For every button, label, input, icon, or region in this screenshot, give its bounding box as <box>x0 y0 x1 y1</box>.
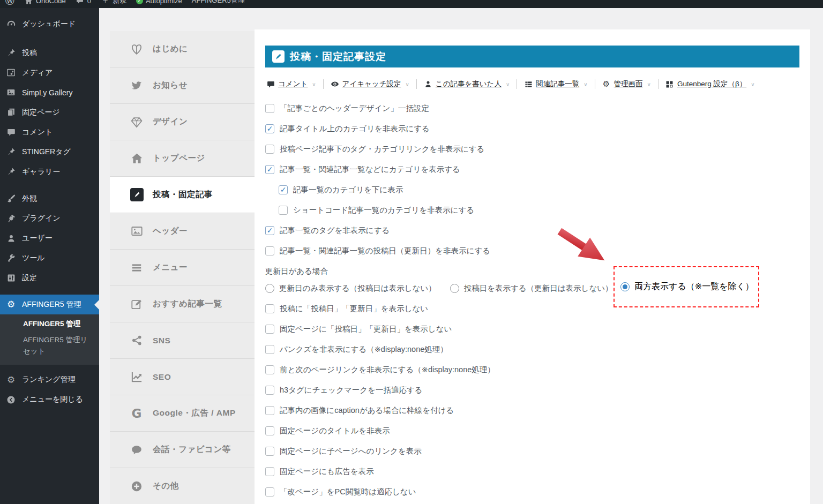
sidebar-item-collapse-menu[interactable]: メニューを閉じる <box>0 390 99 410</box>
checkbox-label: 固定ページに子ページへのリンクを表示 <box>280 446 422 456</box>
autoptimize-menu[interactable]: ✓ Autoptimize <box>136 0 182 5</box>
menu-tab-seo[interactable]: SEO <box>110 359 255 395</box>
toolbar-link-comment[interactable]: コメント <box>265 79 324 89</box>
menu-tab-hajimeni[interactable]: はじめに <box>110 31 255 67</box>
toolbar-link-admin-screen[interactable]: ⚙ 管理画面 <box>595 79 659 89</box>
menu-tab-sns[interactable]: SNS <box>110 322 255 359</box>
chevron-down-icon <box>312 81 316 87</box>
comments-indicator[interactable]: 0 <box>76 0 91 5</box>
beginner-mark-icon <box>130 42 144 56</box>
sidebar-item-label: 外観 <box>22 194 37 204</box>
checkbox[interactable] <box>265 304 274 313</box>
page-title: 投稿・固定記事設定 <box>290 50 386 64</box>
menu-tab-header[interactable]: ヘッダー <box>110 213 255 250</box>
panel-header: 投稿・固定記事設定 <box>265 46 799 67</box>
sidebar-item-comments[interactable]: コメント <box>0 122 99 142</box>
person-icon <box>424 80 432 88</box>
checkbox-label: パンクズを非表示にする（※display:none処理） <box>280 344 448 355</box>
checkbox[interactable] <box>265 104 274 113</box>
affinger-admin-menu[interactable]: AFFINGER5管理 <box>192 0 245 5</box>
sidebar-item-pages[interactable]: 固定ページ <box>0 102 99 122</box>
checkbox[interactable] <box>265 426 274 435</box>
radio-button[interactable] <box>265 284 274 293</box>
menu-tab-kaiwa-favicon[interactable]: 会話・ファビコン等 <box>110 432 255 468</box>
sidebar-item-ranking-admin[interactable]: ⚙ ランキング管理 <box>0 370 99 390</box>
media-icon <box>6 67 16 78</box>
checkbox-label: 記事一覧のタグを非表示にする <box>280 225 390 236</box>
checkbox[interactable] <box>265 467 274 476</box>
checkbox[interactable] <box>279 185 288 194</box>
sidebar-item-stinger-tags[interactable]: STINGERタグ <box>0 142 99 162</box>
toolbar-link-gutenberg[interactable]: Gutenberg 設定（β） <box>659 79 762 89</box>
menu-tab-label: はじめに <box>153 43 188 55</box>
menu-tab-post-settings[interactable]: 投稿・固定記事 <box>110 177 255 213</box>
wordpress-logo-icon[interactable]: Ⓦ <box>5 0 14 7</box>
site-home-link[interactable]: OnoCode <box>24 0 66 5</box>
radio-option-both[interactable]: 両方表示する（※一覧を除く） <box>620 281 754 292</box>
checkbox[interactable] <box>265 165 274 174</box>
checkbox[interactable] <box>279 206 288 215</box>
sidebar-item-users[interactable]: ユーザー <box>0 228 99 248</box>
checkbox-label: 投稿ページ記事下のタグ・カテゴリリンクを非表示にする <box>280 144 484 154</box>
toolbar-link-author[interactable]: この記事を書いた人 <box>417 79 517 89</box>
sidebar-item-appearance[interactable]: 外観 <box>0 189 99 208</box>
autoptimize-label: Autoptimize <box>146 0 182 5</box>
pin-icon <box>6 147 16 157</box>
menu-tab-design[interactable]: デザイン <box>110 104 255 140</box>
checkbox[interactable] <box>265 406 274 415</box>
new-content-button[interactable]: ＋ 新規 <box>101 0 126 5</box>
sidebar-item-simply-gallery[interactable]: SimpLy Gallery <box>0 82 99 102</box>
checkbox[interactable] <box>265 325 274 334</box>
sidebar-item-posts[interactable]: 投稿 <box>0 43 99 63</box>
checkbox-label: 固定ページに「投稿日」「更新日」を表示しない <box>280 324 452 334</box>
radio-option-update-only[interactable]: 更新日のみ表示する（投稿日は表示しない） <box>265 283 436 294</box>
sidebar-item-media[interactable]: メディア <box>0 63 99 82</box>
menu-tab-label: 投稿・固定記事 <box>153 189 213 200</box>
checkbox[interactable] <box>265 487 274 497</box>
checkbox[interactable] <box>265 345 274 354</box>
checkbox[interactable] <box>265 145 274 154</box>
toolbar-link-related-posts[interactable]: 関連記事一覧 <box>517 79 595 89</box>
menu-tab-recommended-posts[interactable]: おすすめ記事一覧 <box>110 286 255 322</box>
checkbox[interactable] <box>265 365 274 374</box>
menu-tab-menu[interactable]: メニュー <box>110 250 255 286</box>
sidebar-item-gallery[interactable]: ギャラリー <box>0 162 99 182</box>
brush-icon <box>6 193 16 204</box>
dashboard-icon <box>6 19 16 29</box>
toolbar-link-eyecatch[interactable]: アイキャッチ設定 <box>324 79 417 89</box>
checkbox[interactable] <box>265 226 274 235</box>
sidebar-item-affinger5-admin[interactable]: ⚙ AFFINGER5 管理 <box>0 295 99 314</box>
checkbox[interactable] <box>265 447 274 456</box>
checkbox[interactable] <box>265 246 274 255</box>
pin-icon <box>6 48 16 58</box>
menu-tab-top-page[interactable]: トップページ <box>110 140 255 177</box>
setting-row: 固定ページにも広告を表示 <box>265 464 799 478</box>
radio-button[interactable] <box>450 284 459 293</box>
submenu-item-affinger5-reset[interactable]: AFFINGER5 管理リセット <box>23 335 92 357</box>
menu-tab-oshirase[interactable]: お知らせ <box>110 67 255 104</box>
pages-icon <box>6 107 16 117</box>
submenu-item-affinger5-admin[interactable]: AFFINGER5 管理 <box>23 319 95 329</box>
menu-tab-label: Google・広告 / AMP <box>153 408 236 419</box>
wrench-icon <box>6 253 16 263</box>
checkbox[interactable] <box>265 124 274 133</box>
checkbox-label: 記事一覧のカテゴリを下に表示 <box>293 185 403 195</box>
sidebar-item-tools[interactable]: ツール <box>0 248 99 268</box>
wp-admin-sidebar: ダッシュボード 投稿 メディア SimpLy Gallery 固定ページ コメン… <box>0 8 99 504</box>
setting-row: ショートコード記事一覧のカテゴリを非表示にする <box>279 203 799 217</box>
checkbox-label: 固定ページにも広告を表示 <box>280 467 374 477</box>
radio-button[interactable] <box>620 282 630 291</box>
affinger-menu-label: AFFINGER5管理 <box>192 0 245 5</box>
chevron-down-icon <box>506 81 510 87</box>
sidebar-item-plugins[interactable]: プラグイン <box>0 208 99 228</box>
setting-row: 固定ページのタイトルを非表示 <box>265 424 799 438</box>
sidebar-item-settings[interactable]: 設定 <box>0 268 99 288</box>
checkbox[interactable] <box>265 386 274 395</box>
sidebar-item-dashboard[interactable]: ダッシュボード <box>0 14 99 34</box>
setting-row: 記事内の画像にcaptionがある場合に枠線を付ける <box>265 403 799 417</box>
menu-tab-sonota[interactable]: その他 <box>110 468 255 504</box>
menu-tab-google-ads-amp[interactable]: G Google・広告 / AMP <box>110 395 255 432</box>
radio-option-post-only[interactable]: 投稿日を表示する（更新日は表示しない） <box>450 283 613 294</box>
share-icon <box>130 334 144 348</box>
menu-tab-label: その他 <box>153 480 179 492</box>
